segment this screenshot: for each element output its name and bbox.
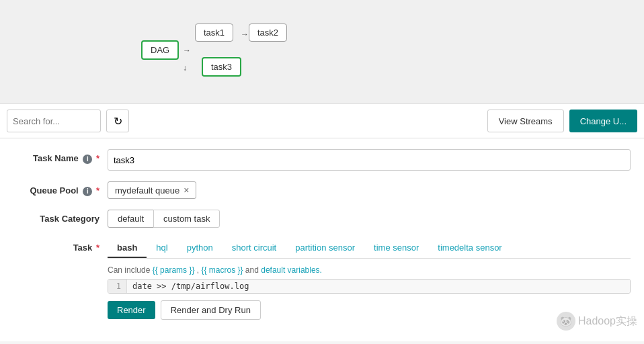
queue-pool-required: * xyxy=(96,185,99,196)
task-category-custom-btn[interactable]: custom task xyxy=(153,210,220,228)
task-category-row: Task Category default custom task xyxy=(13,210,631,228)
form-area: Task Name i * Queue Pool i * mydefault q… xyxy=(0,138,644,341)
queue-pool-row: Queue Pool i * mydefault queue × xyxy=(13,181,631,199)
code-editor[interactable]: 1 date >> /tmp/airflow.log xyxy=(108,279,631,294)
default-variables-link[interactable]: default variables. xyxy=(261,265,322,275)
queue-pool-label: Queue Pool i * xyxy=(13,181,108,196)
hint-text: Can include {{ params }} , {{ macros }} … xyxy=(108,265,631,275)
code-line-1: 1 date >> /tmp/airflow.log xyxy=(108,280,630,293)
tab-partition-sensor[interactable]: partition sensor xyxy=(286,239,364,258)
dag-task1-node[interactable]: task1 xyxy=(195,24,233,42)
action-buttons: Render Render and Dry Run xyxy=(108,300,631,320)
refresh-button[interactable]: ↻ xyxy=(106,110,129,132)
dag-visualization: DAG task1 → task2 → task3 ↓ xyxy=(0,0,644,104)
refresh-icon: ↻ xyxy=(114,115,122,128)
task-category-label: Task Category xyxy=(13,210,108,224)
dag-task2-node[interactable]: task2 xyxy=(249,24,287,42)
change-ui-button[interactable]: Change U... xyxy=(569,110,637,132)
task-label: Task * xyxy=(13,239,108,253)
queue-pool-value: mydefault queue × xyxy=(108,181,196,199)
task-name-input[interactable] xyxy=(108,149,631,171)
render-dry-run-button[interactable]: Render and Dry Run xyxy=(161,300,261,320)
tab-short-circuit[interactable]: short circuit xyxy=(223,239,286,258)
tab-timedelta-sensor[interactable]: timedelta sensor xyxy=(428,239,511,258)
line-number: 1 xyxy=(108,280,127,293)
dag-to-task3-arrow: ↓ xyxy=(183,63,187,73)
task-name-info-icon[interactable]: i xyxy=(83,155,92,164)
tab-hql[interactable]: hql xyxy=(147,239,177,258)
dag-task3-node[interactable]: task3 xyxy=(202,57,241,77)
dag-main-node[interactable]: DAG xyxy=(141,40,179,60)
task-name-required: * xyxy=(96,153,99,163)
task-name-label: Task Name i * xyxy=(13,149,108,164)
queue-pool-badge: mydefault queue × xyxy=(108,181,196,199)
task-category-default-btn[interactable]: default xyxy=(108,210,154,228)
view-streams-button[interactable]: View Streams xyxy=(487,110,564,132)
hint-macros: {{ macros }} xyxy=(201,265,243,275)
tab-time-sensor[interactable]: time sensor xyxy=(364,239,428,258)
task-name-row: Task Name i * xyxy=(13,149,631,171)
line-content: date >> /tmp/airflow.log xyxy=(127,280,254,293)
task-category-group: default custom task xyxy=(108,210,220,228)
task1-to-task2-arrow: → xyxy=(241,30,249,39)
dag-to-task1-arrow: → xyxy=(183,46,191,55)
toolbar: ↻ View Streams Change U... xyxy=(0,104,644,138)
task-type-tabs: bash hql python short circuit partition … xyxy=(108,239,631,259)
queue-pool-remove-icon[interactable]: × xyxy=(184,185,189,196)
queue-pool-info-icon[interactable]: i xyxy=(83,187,92,196)
tab-python[interactable]: python xyxy=(177,239,223,258)
task-row: Task * bash hql python short circuit par… xyxy=(13,239,631,320)
tab-bash[interactable]: bash xyxy=(108,239,147,258)
task-required: * xyxy=(96,243,99,253)
search-input[interactable] xyxy=(7,110,101,132)
task-content: bash hql python short circuit partition … xyxy=(108,239,631,320)
render-button[interactable]: Render xyxy=(108,301,155,319)
hint-params: {{ params }} xyxy=(153,265,195,275)
